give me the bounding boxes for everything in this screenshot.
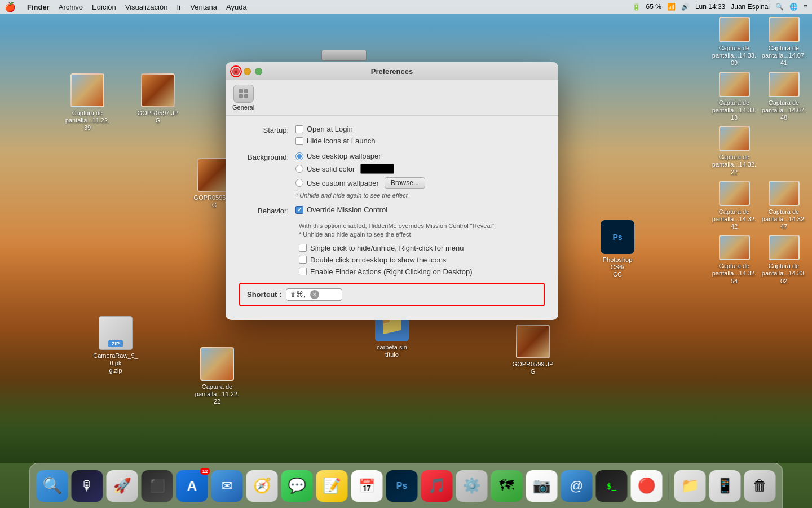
enable-finder-label: Enable Finder Actions (Right Clicking on…: [310, 268, 473, 276]
background-row: Background: Use desktop wallpaper Use so…: [239, 152, 545, 199]
titlebar-buttons: [232, 68, 262, 75]
use-solid-row: Use solid color: [295, 164, 425, 174]
use-desktop-row: Use desktop wallpaper: [295, 152, 425, 160]
maximize-button[interactable]: [255, 68, 262, 75]
menubar-visualizacion[interactable]: Visualización: [125, 3, 168, 11]
menubar-left: 🍎 Finder Archivo Edición Visualización I…: [5, 2, 247, 12]
behavior-note: With this option enabled, HiddenMe overr…: [299, 222, 545, 239]
color-swatch[interactable]: [360, 164, 394, 174]
notification-icon[interactable]: ≡: [804, 3, 807, 11]
override-mission-checkbox[interactable]: [295, 206, 303, 214]
wifi-icon: 📶: [667, 3, 676, 11]
apple-menu[interactable]: 🍎: [5, 2, 16, 12]
svg-rect-3: [244, 94, 248, 98]
clock: Lun 14:33: [695, 3, 725, 11]
double-click-row: Double click on desktop to show the icon…: [299, 256, 545, 264]
dialog-toolbar: General: [226, 80, 558, 116]
single-click-checkbox[interactable]: [299, 244, 307, 252]
close-button[interactable]: [232, 68, 240, 75]
hide-icons-row: Hide icons at Launch: [295, 137, 375, 145]
background-controls: Use desktop wallpaper Use solid color Us…: [295, 152, 425, 199]
svg-rect-1: [244, 89, 248, 93]
override-mission-label: Override Mission Control: [307, 205, 387, 214]
svg-rect-0: [239, 89, 243, 93]
siri-icon[interactable]: 🌐: [789, 3, 798, 11]
extra-behavior: Single click to hide/unhide, Right-click…: [299, 244, 545, 276]
shortcut-section: Shortcut : ⇧⌘, ✕: [239, 283, 545, 306]
override-mission-row: Override Mission Control: [295, 205, 387, 214]
use-solid-radio[interactable]: [295, 165, 303, 173]
use-desktop-label: Use desktop wallpaper: [307, 152, 381, 160]
dialog-content: Startup: Open at Login Hide icons at Lau…: [226, 116, 558, 320]
hide-icons-checkbox[interactable]: [295, 137, 303, 145]
background-label: Background:: [239, 152, 295, 161]
desktop: 🍎 Finder Archivo Edición Visualización I…: [0, 0, 812, 508]
double-click-label: Double click on desktop to show the icon…: [310, 256, 446, 264]
shortcut-clear-button[interactable]: ✕: [310, 290, 319, 299]
use-custom-label: Use custom wallpaper: [307, 179, 379, 187]
battery-percent: 65 %: [646, 3, 661, 11]
note-line1: With this option enabled, HiddenMe overr…: [299, 222, 496, 229]
menubar-edicion[interactable]: Edición: [92, 3, 116, 11]
browse-button[interactable]: Browse...: [385, 177, 425, 189]
behavior-controls: Override Mission Control: [295, 205, 387, 214]
general-tab[interactable]: General: [232, 85, 254, 111]
use-custom-row: Use custom wallpaper Browse...: [295, 177, 425, 189]
svg-rect-2: [239, 94, 243, 98]
menubar-archivo[interactable]: Archivo: [59, 3, 83, 11]
shortcut-input[interactable]: ⇧⌘, ✕: [286, 288, 342, 301]
shortcut-value: ⇧⌘,: [290, 290, 306, 299]
enable-finder-row: Enable Finder Actions (Right Clicking on…: [299, 268, 545, 276]
behavior-row: Behavior: Override Mission Control: [239, 205, 545, 215]
single-click-row: Single click to hide/unhide, Right-click…: [299, 244, 545, 252]
use-solid-label: Use solid color: [307, 165, 355, 173]
battery-icon: 🔋: [632, 3, 641, 11]
menubar-ayuda[interactable]: Ayuda: [226, 3, 247, 11]
hide-icons-label: Hide icons at Launch: [307, 137, 375, 145]
volume-icon: 🔊: [681, 3, 690, 11]
dialog-title: Preferences: [371, 67, 413, 76]
search-icon[interactable]: 🔍: [775, 3, 784, 11]
single-click-label: Single click to hide/unhide, Right-click…: [310, 244, 464, 252]
username: Juan Espinal: [731, 3, 770, 11]
note-line2: * Unhide and hide again to see the effec…: [299, 231, 411, 238]
use-desktop-radio[interactable]: [295, 152, 303, 160]
menubar-finder[interactable]: Finder: [27, 3, 50, 11]
menubar-ventana[interactable]: Ventana: [190, 3, 217, 11]
general-label: General: [232, 104, 254, 111]
open-at-login-row: Open at Login: [295, 125, 375, 133]
startup-label: Startup:: [239, 125, 295, 134]
menubar-right: 🔋 65 % 📶 🔊 Lun 14:33 Juan Espinal 🔍 🌐 ≡: [632, 3, 807, 11]
shortcut-label: Shortcut :: [247, 290, 281, 299]
enable-finder-checkbox[interactable]: [299, 268, 307, 275]
use-custom-radio[interactable]: [295, 179, 303, 187]
general-icon: [233, 85, 254, 103]
behavior-label: Behavior:: [239, 205, 295, 215]
dialog-titlebar: Preferences: [226, 62, 558, 80]
open-at-login-label: Open at Login: [307, 125, 353, 133]
preferences-dialog: Preferences General: [226, 62, 558, 320]
background-hint: * Unhide and hide again to see the effec…: [295, 192, 425, 199]
double-click-checkbox[interactable]: [299, 256, 307, 264]
menubar-ir[interactable]: Ir: [176, 3, 181, 11]
minimize-button[interactable]: [244, 68, 251, 75]
open-at-login-checkbox[interactable]: [295, 125, 303, 133]
menubar: 🍎 Finder Archivo Edición Visualización I…: [0, 0, 812, 14]
startup-controls: Open at Login Hide icons at Launch: [295, 125, 375, 145]
dialog-overlay: Preferences General: [0, 0, 812, 508]
startup-row: Startup: Open at Login Hide icons at Lau…: [239, 125, 545, 145]
